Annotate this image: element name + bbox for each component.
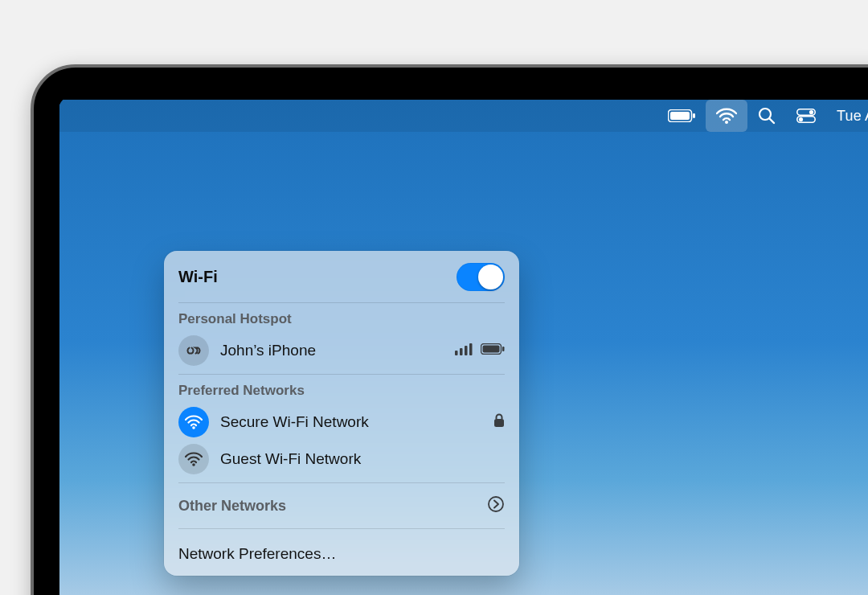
- network-name: Guest Wi-Fi Network: [220, 450, 505, 468]
- network-row-guest[interactable]: Guest Wi-Fi Network: [178, 441, 505, 478]
- lock-icon: [493, 413, 505, 431]
- network-row-secure[interactable]: Secure Wi-Fi Network: [178, 404, 505, 441]
- svg-rect-15: [483, 346, 500, 353]
- svg-rect-16: [502, 347, 505, 351]
- svg-rect-1: [670, 112, 690, 120]
- menu-bar: Tue Aug 18 9:41 AM: [59, 100, 868, 132]
- other-networks-label: Other Networks: [178, 498, 286, 515]
- svg-rect-12: [465, 346, 468, 355]
- control-center-icon[interactable]: [786, 100, 826, 132]
- battery-status-icon[interactable]: [657, 100, 706, 132]
- hotspot-name: John’s iPhone: [220, 342, 444, 359]
- wifi-toggle-knob: [478, 265, 503, 289]
- svg-point-19: [192, 463, 195, 466]
- preferred-networks-heading: Preferred Networks: [178, 383, 505, 399]
- svg-point-3: [725, 121, 728, 124]
- menubar-clock[interactable]: Tue Aug 18 9:41 AM: [826, 100, 868, 132]
- wifi-menu-panel: Wi-Fi Personal Hotspot: [164, 251, 519, 576]
- svg-rect-18: [494, 419, 504, 427]
- hotspot-battery-icon: [481, 343, 505, 358]
- svg-rect-13: [469, 343, 473, 355]
- wifi-toggle[interactable]: [457, 263, 505, 291]
- svg-line-5: [769, 119, 774, 124]
- svg-point-20: [489, 497, 503, 511]
- spotlight-search-icon[interactable]: [747, 100, 786, 132]
- svg-rect-10: [455, 351, 458, 355]
- network-name: Secure Wi-Fi Network: [220, 413, 482, 431]
- wifi-available-icon: [178, 444, 209, 474]
- wifi-menu-title: Wi-Fi: [178, 268, 218, 286]
- svg-rect-2: [693, 113, 695, 118]
- hotspot-row[interactable]: John’s iPhone: [178, 332, 505, 369]
- svg-point-9: [799, 117, 803, 121]
- network-preferences-link[interactable]: Network Preferences…: [178, 534, 505, 574]
- wifi-connected-icon: [178, 407, 209, 437]
- svg-point-17: [192, 426, 195, 429]
- personal-hotspot-heading: Personal Hotspot: [178, 311, 505, 327]
- other-networks-row[interactable]: Other Networks: [178, 488, 505, 523]
- svg-rect-11: [460, 348, 463, 355]
- hotspot-link-icon: [178, 335, 209, 366]
- cellular-signal-icon: [455, 343, 473, 359]
- wifi-status-icon[interactable]: [706, 100, 747, 132]
- svg-point-7: [809, 110, 813, 114]
- chevron-right-circle-icon: [487, 495, 505, 516]
